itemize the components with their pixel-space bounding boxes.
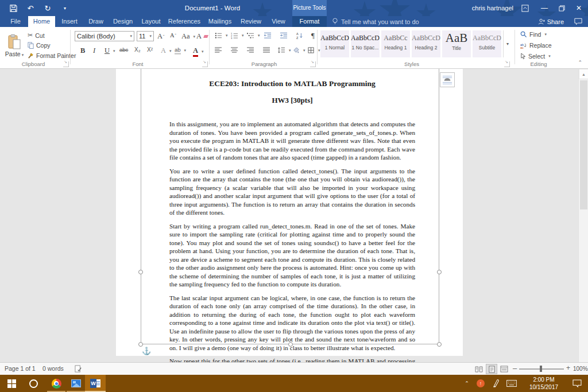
close-button[interactable]: ✕	[571, 0, 587, 16]
font-name-select[interactable]: Calibri (Body)▾	[75, 31, 134, 41]
shrink-font-button[interactable]: Aˇ	[170, 32, 176, 38]
tab-file[interactable]: File	[3, 16, 28, 27]
resize-handle-right[interactable]	[437, 270, 442, 274]
resize-handle-left[interactable]	[138, 270, 143, 274]
italic-button[interactable]: I	[93, 46, 95, 55]
share-button[interactable]: Share	[538, 16, 564, 27]
action-center-icon[interactable]	[568, 375, 586, 392]
style-heading1[interactable]: AaBbCcHeading 1	[381, 30, 410, 57]
layout-options-button[interactable]	[440, 72, 455, 87]
scroll-up-icon[interactable]: ▲	[579, 69, 588, 79]
highlight-button[interactable]: ab	[175, 46, 186, 55]
justify-button[interactable]	[263, 47, 270, 53]
word-count[interactable]: 0 words	[42, 363, 64, 375]
show-paragraph-marks-button[interactable]: ¶	[311, 31, 315, 40]
zoom-level[interactable]: 100%	[573, 363, 588, 375]
collapse-ribbon-icon[interactable]: ⌃	[578, 60, 582, 65]
comments-icon[interactable]	[574, 17, 582, 28]
style-normal[interactable]: AaBbCcDd1 Normal	[320, 30, 349, 57]
style-heading2[interactable]: AaBbCcDHeading 2	[412, 30, 440, 57]
save-icon[interactable]	[5, 0, 22, 16]
tab-home[interactable]: Home	[28, 16, 55, 27]
decrease-indent-button[interactable]	[264, 32, 272, 39]
resize-handle-bottom-right[interactable]	[437, 342, 442, 347]
borders-button[interactable]	[308, 47, 320, 53]
redo-icon[interactable]: ↻	[39, 0, 56, 16]
tab-mailings[interactable]: Mailings	[204, 16, 235, 27]
tell-me-box[interactable]: Tell me what you want to do	[332, 16, 419, 27]
subscript-button[interactable]: X₂	[134, 46, 141, 53]
bold-button[interactable]: B	[80, 46, 85, 55]
resize-handle-bottom-center[interactable]	[288, 342, 293, 347]
tab-layout[interactable]: Layout	[138, 16, 164, 27]
tray-update-icon[interactable]: ↑	[474, 375, 487, 392]
font-size-select[interactable]: 11▾	[137, 31, 154, 41]
style-title[interactable]: AaBTitle	[442, 30, 471, 57]
style-subtitle[interactable]: AaBbCcDSubtitle	[473, 30, 501, 57]
underline-button[interactable]: U	[105, 46, 115, 55]
clear-formatting-button[interactable]: A	[196, 32, 208, 41]
tray-ink-workspace-icon[interactable]	[489, 375, 502, 392]
tray-show-hidden-icons[interactable]: ⌃	[461, 375, 473, 392]
find-button[interactable]: Find	[520, 31, 547, 38]
cut-button[interactable]: ✂Cut	[28, 32, 45, 39]
copy-button[interactable]: Copy	[28, 42, 51, 49]
align-center-button[interactable]	[231, 47, 238, 53]
vertical-scrollbar[interactable]: ▲	[578, 69, 588, 362]
font-dialog-launcher[interactable]	[202, 61, 208, 67]
change-case-button[interactable]: Aa	[181, 32, 195, 41]
clipboard-dialog-launcher[interactable]	[63, 61, 69, 67]
font-color-button[interactable]: A	[193, 46, 204, 57]
minimize-button[interactable]: —	[536, 0, 552, 16]
read-mode-icon[interactable]	[473, 364, 485, 374]
superscript-button[interactable]: X²	[147, 46, 153, 53]
align-right-button[interactable]	[247, 47, 254, 53]
paragraph-dialog-launcher[interactable]	[310, 61, 316, 67]
styles-dialog-launcher[interactable]	[504, 61, 510, 67]
resize-handle-bottom-left[interactable]	[138, 342, 143, 347]
format-painter-button[interactable]: Format Painter	[28, 52, 76, 59]
paste-button[interactable]: Paste	[3, 30, 26, 61]
customize-quick-access-icon[interactable]: ▾	[56, 0, 74, 16]
shading-button[interactable]	[293, 47, 305, 53]
strikethrough-button[interactable]: abc	[119, 46, 128, 53]
cortana-button[interactable]	[23, 375, 44, 392]
tray-touch-keyboard-icon[interactable]	[504, 375, 519, 392]
tab-design[interactable]: Design	[109, 16, 137, 27]
tab-draw[interactable]: Draw	[84, 16, 108, 27]
text-effects-button[interactable]: A	[161, 46, 172, 55]
zoom-out-button[interactable]: –	[513, 362, 517, 375]
numbering-button[interactable]: 123	[231, 32, 244, 39]
zoom-slider-thumb[interactable]	[540, 366, 542, 372]
restore-button[interactable]	[554, 0, 570, 16]
taskbar-photos[interactable]	[65, 375, 86, 392]
signed-in-user[interactable]: chris hartnagel	[472, 0, 513, 16]
taskbar-clock[interactable]: 2:00 PM 10/15/2017	[525, 376, 562, 391]
style-no-spacing[interactable]: AaBbCcDd1 No Spac...	[351, 30, 380, 57]
replace-button[interactable]: abac Replace	[520, 42, 552, 49]
zoom-in-button[interactable]: +	[566, 362, 570, 375]
taskbar-chrome[interactable]	[46, 375, 67, 392]
print-layout-icon[interactable]	[486, 364, 497, 374]
tab-references[interactable]: References	[165, 16, 203, 27]
ribbon-display-options-icon[interactable]	[517, 0, 533, 16]
tab-view[interactable]: View	[266, 16, 291, 27]
styles-gallery-more-button[interactable]: ▾	[503, 30, 512, 57]
sort-button[interactable]: AZ	[296, 32, 304, 39]
page-count[interactable]: Page 1 of 1	[5, 363, 36, 375]
align-left-button[interactable]	[215, 47, 222, 53]
select-button[interactable]: Select	[520, 53, 551, 60]
document-page[interactable]: ECE203: Introduction to MATLAB Programmi…	[116, 69, 463, 356]
multilevel-list-button[interactable]	[247, 32, 260, 39]
grow-font-button[interactable]: Aˆ	[157, 32, 164, 41]
taskbar-word[interactable]: W	[85, 375, 106, 392]
web-layout-icon[interactable]	[498, 364, 510, 374]
start-button[interactable]	[1, 375, 22, 392]
undo-icon[interactable]: ↶	[22, 0, 39, 16]
tab-insert[interactable]: Insert	[56, 16, 83, 27]
scrollbar-thumb[interactable]	[580, 80, 587, 209]
bullets-button[interactable]	[215, 32, 228, 39]
tab-format[interactable]: Format	[292, 16, 327, 27]
line-spacing-button[interactable]	[278, 47, 291, 53]
tab-review[interactable]: Review	[237, 16, 265, 27]
